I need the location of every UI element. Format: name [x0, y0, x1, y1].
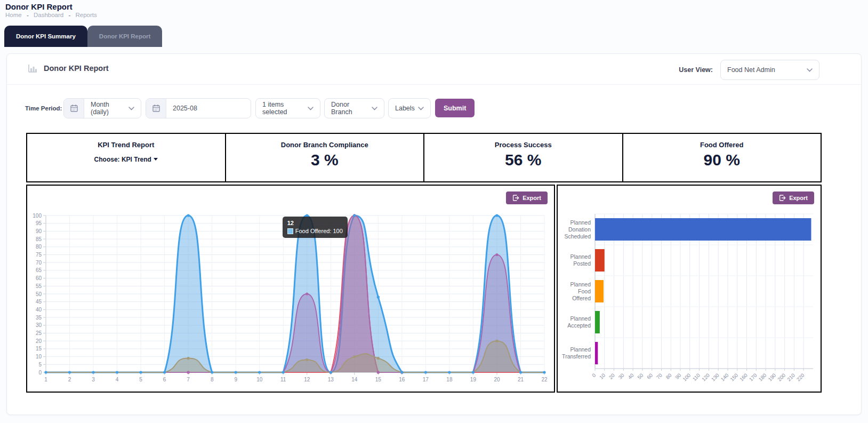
svg-text:8: 8 — [211, 377, 214, 382]
svg-text:30: 30 — [36, 322, 42, 328]
export-button[interactable]: Export — [773, 191, 814, 204]
items-selected-dropdown[interactable]: 1 items selected — [255, 98, 320, 118]
calendar-icon — [64, 99, 84, 118]
svg-text:20: 20 — [36, 338, 42, 344]
svg-text:16: 16 — [399, 377, 405, 382]
svg-text:45: 45 — [36, 299, 42, 305]
svg-text:20: 20 — [608, 372, 616, 380]
svg-text:180: 180 — [758, 372, 768, 382]
svg-text:9: 9 — [234, 377, 237, 382]
export-icon — [512, 195, 519, 201]
kpi-card-title: Process Success — [424, 141, 622, 149]
planned-horizontal-bar-chart: 0102030405060708090100110120130140150160… — [558, 186, 821, 392]
svg-text:160: 160 — [738, 372, 749, 382]
breadcrumb-dashboard[interactable]: Dashboard — [34, 12, 63, 18]
svg-text:1: 1 — [44, 377, 47, 382]
calendar-icon — [146, 99, 166, 118]
svg-text:50: 50 — [636, 372, 644, 380]
svg-text:5: 5 — [139, 377, 142, 382]
svg-text:10: 10 — [256, 377, 263, 382]
donor-branch-value: Donor Branch — [331, 101, 372, 116]
svg-text:10: 10 — [598, 372, 606, 380]
export-button[interactable]: Export — [506, 191, 548, 204]
svg-text:0: 0 — [591, 372, 597, 379]
svg-text:12: 12 — [304, 377, 310, 382]
kpi-card-process-success: Process Success 56 % — [424, 134, 623, 181]
svg-text:22: 22 — [541, 377, 548, 382]
bar-chart-icon — [28, 64, 37, 73]
kpi-card-title: Food Offered — [623, 141, 821, 149]
svg-text:19: 19 — [470, 377, 477, 382]
user-view-select[interactable]: Food Net Admin — [720, 60, 819, 80]
svg-text:35: 35 — [36, 315, 42, 321]
caret-down-icon — [154, 158, 158, 161]
kpi-trend-choose-dropdown[interactable]: Choose: KPI Trend — [94, 156, 158, 163]
svg-text:55: 55 — [36, 283, 42, 289]
svg-text:10: 10 — [36, 354, 42, 360]
chevron-down-icon — [372, 107, 377, 110]
submit-button[interactable]: Submit — [435, 99, 475, 117]
filter-row: Time Period: Month (daily) 2025-08 1 ite… — [7, 98, 861, 119]
svg-text:80: 80 — [36, 244, 42, 250]
svg-text:60: 60 — [646, 372, 654, 380]
user-view-value: Food Net Admin — [727, 66, 775, 74]
kpi-card-donor-branch-compliance: Donor Branch Compliance 3 % — [226, 134, 425, 181]
export-icon — [779, 195, 786, 201]
kpi-card-title: Donor Branch Compliance — [226, 141, 424, 149]
svg-text:30: 30 — [617, 372, 625, 380]
tab-donor-kpi-report[interactable]: Donor KPI Report — [87, 26, 162, 47]
svg-text:21: 21 — [518, 377, 524, 382]
svg-text:3: 3 — [92, 377, 95, 382]
svg-text:220: 220 — [795, 372, 806, 382]
tab-bar: Donor KPI Summary Donor KPI Report — [4, 26, 162, 47]
svg-text:95: 95 — [36, 220, 42, 226]
card-header: Donor KPI Report User View: Food Net Adm… — [7, 54, 861, 85]
kpi-trend-area-chart: 0510152025303540455055606570758085909510… — [27, 186, 554, 392]
svg-text:20: 20 — [494, 377, 500, 382]
svg-text:15: 15 — [375, 377, 382, 382]
breadcrumb-home[interactable]: Home — [5, 12, 22, 18]
kpi-card-value: 3 % — [226, 151, 424, 169]
breadcrumb-reports[interactable]: Reports — [75, 12, 97, 18]
svg-text:40: 40 — [626, 372, 634, 380]
svg-text:PlannedFoodOffered: PlannedFoodOffered — [570, 281, 591, 301]
period-type-value: Month (daily) — [91, 101, 128, 116]
svg-text:85: 85 — [36, 236, 42, 242]
tab-donor-kpi-summary[interactable]: Donor KPI Summary — [4, 26, 87, 47]
donor-branch-dropdown[interactable]: Donor Branch — [324, 98, 384, 118]
svg-text:18: 18 — [446, 377, 453, 382]
time-period-label: Time Period: — [25, 105, 62, 111]
svg-text:70: 70 — [36, 260, 42, 266]
kpi-trend-chart-panel: Export 051015202530354045505560657075808… — [26, 185, 555, 393]
card-title: Donor KPI Report — [44, 64, 109, 73]
kpi-trend-cell: KPI Trend Report Choose: KPI Trend — [27, 134, 226, 181]
svg-text:50: 50 — [36, 291, 42, 297]
user-view-label: User View: — [679, 66, 713, 74]
labels-value: Labels — [395, 105, 415, 112]
svg-text:120: 120 — [701, 372, 711, 382]
kpi-card-value: 56 % — [424, 151, 622, 169]
svg-text:190: 190 — [767, 372, 777, 382]
period-type-select[interactable]: Month (daily) — [84, 99, 141, 118]
svg-text:6: 6 — [163, 377, 166, 382]
svg-text:140: 140 — [719, 372, 729, 382]
svg-text:17: 17 — [423, 377, 429, 382]
period-type-group: Month (daily) — [63, 98, 141, 118]
svg-text:11: 11 — [280, 377, 286, 382]
svg-text:14: 14 — [351, 377, 358, 382]
svg-text:80: 80 — [664, 372, 672, 380]
svg-text:0: 0 — [38, 370, 42, 376]
breadcrumb-separator: - — [68, 12, 70, 18]
items-selected-value: 1 items selected — [262, 101, 308, 116]
svg-text:90: 90 — [674, 372, 682, 380]
svg-text:7: 7 — [187, 377, 190, 382]
report-card: Donor KPI Report User View: Food Net Adm… — [6, 53, 862, 415]
chevron-down-icon — [308, 107, 314, 110]
kpi-card-food-offered: Food Offered 90 % — [623, 134, 821, 181]
svg-text:PlannedAccepted: PlannedAccepted — [567, 315, 591, 329]
svg-text:100: 100 — [33, 213, 42, 219]
svg-text:170: 170 — [748, 372, 758, 382]
svg-text:40: 40 — [36, 307, 42, 313]
labels-dropdown[interactable]: Labels — [388, 98, 431, 118]
period-month-input[interactable]: 2025-08 — [166, 99, 251, 118]
